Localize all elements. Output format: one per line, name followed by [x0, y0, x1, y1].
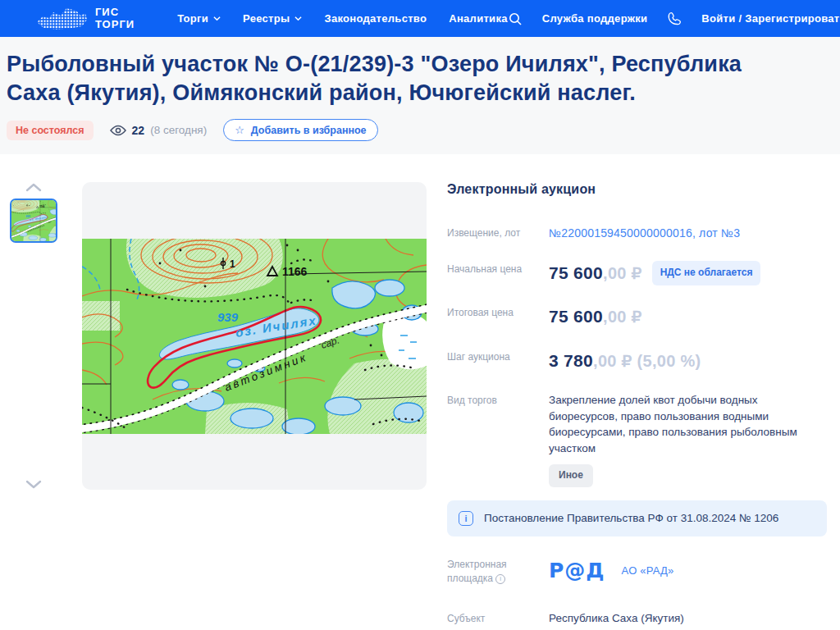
add-to-favorites-button[interactable]: ☆ Добавить в избранное	[223, 119, 377, 141]
nav-torgi[interactable]: Торги	[177, 12, 221, 25]
final-price-decimals: ,00 ₽	[603, 308, 642, 326]
region-value: Республика Саха (Якутия)	[549, 610, 827, 630]
top-navigation-bar: ГИС ТОРГИ Торги Реестры Законодательство…	[0, 0, 840, 37]
notice-label: Извещение, лот	[447, 225, 549, 242]
info-icon[interactable]	[459, 511, 473, 526]
final-price-label: Итоговая цена	[447, 304, 549, 329]
views-counter: 22 (8 сегодня)	[110, 124, 208, 137]
status-badge: Не состоялся	[7, 121, 94, 140]
trade-type-label: Вид торгов	[447, 392, 549, 487]
topographic-map-image	[82, 239, 427, 434]
phone-icon[interactable]	[667, 11, 682, 26]
chevron-down-icon	[213, 15, 221, 22]
trade-type-value: Закрепление долей квот добычи водных био…	[549, 392, 827, 456]
final-price-value: 75 600	[549, 307, 603, 326]
gis-torgi-logo[interactable]: ГИС ТОРГИ	[34, 5, 135, 33]
start-price-decimals: ,00 ₽	[603, 264, 642, 282]
notice-link[interactable]: №22000159450000000016, лот №3	[549, 226, 740, 240]
notice-row: Извещение, лот №22000159450000000016, ло…	[447, 225, 827, 242]
russia-map-icon	[34, 5, 87, 33]
auction-step-label: Шаг аукциона	[447, 349, 549, 373]
start-price-label: Начальная цена	[447, 261, 549, 285]
nav-analitika[interactable]: Аналитика	[449, 12, 508, 25]
chevron-down-icon	[294, 15, 302, 22]
rad-platform-logo: Р@Д	[549, 556, 605, 586]
nav-zakonodatelstvo[interactable]: Законодательство	[324, 12, 427, 25]
lot-content: Электронный аукцион Извещение, лот №2200…	[0, 154, 840, 630]
search-icon[interactable]	[508, 11, 523, 26]
auction-step-value: 3 780	[549, 351, 593, 370]
trade-type-tag: Иное	[549, 464, 593, 486]
info-circle-icon[interactable]	[495, 574, 505, 584]
image-thumbnail[interactable]	[10, 199, 57, 243]
views-today: (8 сегодня)	[150, 124, 207, 136]
nav-reestry[interactable]: Реестры	[243, 12, 302, 25]
vat-badge: НДС не облагается	[652, 261, 761, 285]
auction-step-decimals: ,00 ₽ (5,00 %)	[593, 352, 701, 370]
carousel-down-icon[interactable]	[25, 478, 43, 490]
views-count: 22	[132, 124, 145, 137]
carousel-up-icon[interactable]	[25, 182, 43, 194]
support-link[interactable]: Служба поддержки	[542, 12, 648, 25]
platform-row: Электронная площадка Р@Д АО «РАД»	[447, 556, 827, 587]
auction-details: Электронный аукцион Извещение, лот №2200…	[447, 182, 833, 630]
decree-banner: Постановление Правительства РФ от 31.08.…	[447, 500, 827, 536]
lot-title-section: Рыболовный участок № О-(21/239)-3 "Озеро…	[0, 37, 840, 154]
eye-icon	[110, 125, 126, 136]
platform-label: Электронная площадка	[447, 556, 549, 587]
logo-text: ГИС ТОРГИ	[95, 7, 135, 31]
main-nav: Торги Реестры Законодательство Аналитика	[177, 12, 508, 25]
region-row: Субъект местонахождения имущества Респуб…	[447, 610, 827, 630]
region-label: Субъект местонахождения имущества	[447, 610, 549, 630]
start-price-value: 75 600	[549, 263, 603, 282]
platform-link[interactable]: АО «РАД»	[622, 564, 674, 579]
lot-meta-row: Не состоялся 22 (8 сегодня) ☆ Добавить в…	[7, 119, 833, 141]
star-icon: ☆	[235, 124, 244, 136]
lot-main-image[interactable]	[82, 182, 427, 490]
trade-type-row: Вид торгов Закрепление долей квот добычи…	[447, 392, 827, 487]
start-price-row: Начальная цена 75 600,00 ₽ НДС не облага…	[447, 261, 827, 285]
final-price-row: Итоговая цена 75 600,00 ₽	[447, 304, 827, 329]
header-right-group: Служба поддержки Войти / Зарегистрироват…	[508, 11, 840, 26]
auction-step-row: Шаг аукциона 3 780,00 ₽ (5,00 %)	[447, 349, 827, 373]
login-register-link[interactable]: Войти / Зарегистрироваться	[701, 12, 840, 25]
auction-type-heading: Электронный аукцион	[447, 182, 827, 197]
page-title: Рыболовный участок № О-(21/239)-3 "Озеро…	[7, 50, 745, 107]
decree-banner-text: Постановление Правительства РФ от 31.08.…	[484, 512, 778, 524]
image-carousel	[7, 182, 61, 490]
